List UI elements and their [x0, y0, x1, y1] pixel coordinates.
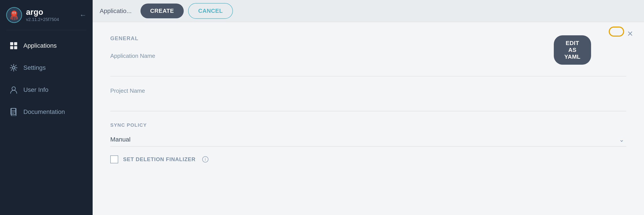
sidebar-item-settings[interactable]: Settings [0, 57, 93, 79]
sync-policy-select[interactable]: Manual Automatic [110, 132, 626, 147]
logo-avatar [6, 7, 22, 23]
sidebar-item-label-applications: Applications [24, 42, 57, 49]
project-name-field: Project Name [110, 87, 626, 111]
application-name-input[interactable] [110, 62, 626, 76]
sync-policy-label: SYNC POLICY [110, 122, 626, 128]
sidebar-item-documentation[interactable]: Documentation [0, 101, 93, 123]
sidebar-item-applications[interactable]: Applications [0, 35, 93, 57]
yaml-oval-highlight: EDIT AS YAML [609, 27, 624, 37]
svg-rect-8 [10, 46, 13, 49]
info-icon[interactable]: i [202, 156, 208, 162]
general-section: GENERAL [110, 35, 626, 42]
sidebar-item-user-info[interactable]: User Info [0, 79, 93, 101]
svg-point-11 [12, 67, 15, 69]
doc-icon [9, 107, 18, 117]
application-name-label: Application Name [110, 53, 626, 59]
create-button[interactable]: CREATE [140, 4, 184, 18]
sync-select-wrapper: Manual Automatic ⌄ [110, 132, 626, 147]
svg-point-5 [15, 13, 16, 13]
project-name-input[interactable] [110, 97, 626, 111]
argo-logo-icon [8, 9, 20, 21]
svg-rect-9 [14, 46, 17, 49]
user-icon [9, 85, 18, 95]
main-area: Applicatio... CREATE CANCEL × EDIT AS YA… [93, 0, 644, 215]
top-bar: Applicatio... CREATE CANCEL [93, 0, 644, 22]
sidebar-item-label-settings: Settings [24, 64, 46, 71]
gear-icon [9, 63, 18, 73]
svg-rect-13 [11, 108, 16, 115]
edit-yaml-button[interactable]: EDIT AS YAML [554, 35, 591, 65]
deletion-finalizer-row: SET DELETION FINALIZER i [110, 155, 626, 163]
svg-rect-6 [10, 42, 13, 45]
app-version: v2.11.2+25f7504 [26, 17, 59, 22]
deletion-finalizer-label: SET DELETION FINALIZER [123, 156, 196, 162]
sidebar-item-label-documentation: Documentation [24, 108, 65, 115]
svg-rect-7 [14, 42, 17, 45]
logo-text: argo v2.11.2+25f7504 [26, 8, 59, 22]
cancel-button[interactable]: CANCEL [188, 3, 233, 19]
form-panel: × EDIT AS YAML GENERAL Application Name … [93, 22, 644, 215]
app-tab-label: Applicatio... [100, 8, 132, 15]
sidebar: argo v2.11.2+25f7504 ← Applications [0, 0, 93, 215]
close-button[interactable]: × [627, 29, 633, 38]
back-button[interactable]: ← [80, 11, 86, 19]
yaml-btn-wrapper: EDIT AS YAML [609, 27, 624, 38]
app-name: argo [26, 8, 59, 16]
svg-point-4 [13, 13, 14, 13]
application-name-field: Application Name [110, 53, 626, 76]
sync-policy-section: SYNC POLICY Manual Automatic ⌄ [110, 122, 626, 147]
sidebar-nav: Applications Settings [0, 30, 93, 127]
svg-point-12 [12, 87, 16, 90]
sidebar-item-label-user-info: User Info [24, 86, 48, 93]
grid-icon [9, 41, 18, 51]
general-section-title: GENERAL [110, 35, 626, 42]
sidebar-header: argo v2.11.2+25f7504 ← [0, 0, 93, 30]
deletion-finalizer-checkbox[interactable] [110, 155, 118, 163]
project-name-label: Project Name [110, 87, 626, 94]
